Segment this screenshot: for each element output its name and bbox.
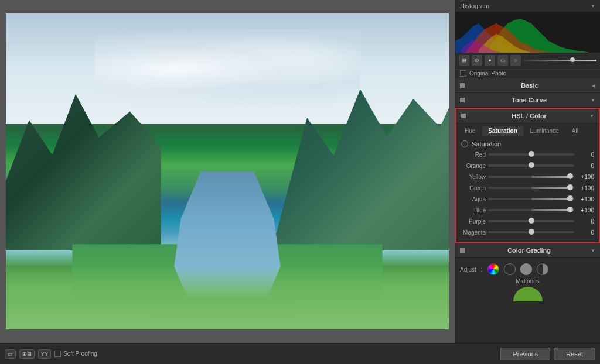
reset-button[interactable]: Reset [554,348,595,360]
yellow-track [488,176,574,178]
foreground [6,266,449,329]
blue-track [488,209,574,211]
magenta-slider-container[interactable] [488,228,574,237]
color-grading-header[interactable]: Color Grading ▼ [455,243,600,258]
red-thumb[interactable] [529,151,534,157]
cg-toggle-icon[interactable] [460,248,465,253]
blue-value: +100 [577,207,594,214]
yellow-thumb[interactable] [567,173,573,179]
cg-adjust-row: Adjust : [460,262,595,277]
histogram-dropdown-icon[interactable]: ▼ [591,4,595,9]
green-slider-container[interactable] [488,183,574,193]
basic-section-header[interactable]: Basic ◀ [455,78,600,93]
view-mode-button[interactable]: ▭ [5,349,16,359]
slider-row-magenta: Magenta 0 [461,228,594,237]
saturation-header: Saturation [461,139,594,150]
aqua-slider-container[interactable] [488,194,574,204]
green-value: +100 [577,185,594,191]
cg-midtones-circle[interactable] [520,263,532,275]
tone-curve-toggle-icon[interactable] [460,98,465,102]
slider-row-green: Green +100 [461,183,594,193]
basic-toggle-icon[interactable] [460,83,465,88]
aqua-value: +100 [577,196,594,202]
green-track [488,187,574,189]
tab-luminance[interactable]: Luminance [524,126,565,136]
red-slider-container[interactable] [488,150,574,159]
aqua-thumb[interactable] [567,195,573,201]
histogram-rect-icon[interactable]: ▭ [497,55,508,66]
basic-arrow-icon[interactable]: ◀ [592,83,595,88]
orange-thumb[interactable] [529,162,534,168]
compare-icon: YY [41,351,48,357]
bottom-left-tools: ▭ ⊞⊞ YY Soft Proofing [5,349,97,359]
cg-color-wheel[interactable] [488,263,499,275]
histogram-crop-icon[interactable]: ⊙ [472,55,482,66]
color-grading-content: Adjust : Midtones [455,258,600,305]
compare-view-button[interactable]: YY [38,349,51,359]
previous-button[interactable]: Previous [500,348,550,360]
purple-thumb[interactable] [529,218,534,224]
hsl-toggle-icon[interactable] [461,114,466,118]
histogram-svg [455,12,600,53]
histogram-spot-icon[interactable]: ● [485,55,495,66]
yellow-label: Yellow [461,174,486,180]
grid-view-button[interactable]: ⊞⊞ [19,349,35,359]
histogram-exposure-thumb [570,57,575,62]
blue-thumb[interactable] [567,207,573,212]
hsl-title: HSL / Color [512,112,547,119]
hsl-left [461,112,469,119]
slider-row-blue: Blue +100 [461,205,594,215]
yellow-value: +100 [577,174,594,180]
cg-arrow-icon[interactable]: ▼ [591,248,595,253]
tab-all[interactable]: All [566,126,584,136]
green-label: Green [461,185,486,191]
tab-saturation[interactable]: Saturation [482,126,523,136]
soft-proofing-checkbox[interactable] [54,351,61,357]
magenta-value: 0 [577,229,594,236]
green-fill [531,187,570,189]
bottom-right-nav: Previous Reset [500,348,595,360]
original-photo-label: Original Photo [469,70,506,77]
slider-row-aqua: Aqua +100 [461,194,594,204]
slider-row-purple: Purple 0 [461,217,594,226]
purple-slider-container[interactable] [488,217,574,226]
tone-curve-arrow-icon[interactable]: ▼ [591,98,595,103]
slider-row-orange: Orange 0 [461,161,594,170]
histogram-exposure-slider[interactable] [523,60,596,61]
yellow-slider-container[interactable] [488,172,574,181]
orange-slider-container[interactable] [488,161,574,170]
cg-left [460,247,468,254]
purple-label: Purple [461,218,486,225]
histogram-circle-icon[interactable]: ○ [510,55,521,66]
cg-shadows-circle[interactable] [504,263,516,275]
histogram-grid-icon[interactable]: ⊞ [459,55,469,66]
hsl-section-header[interactable]: HSL / Color ▼ [456,109,599,123]
tab-hue[interactable]: Hue [459,126,481,136]
red-value: 0 [577,152,594,158]
tone-curve-section-header[interactable]: Tone Curve ▼ [455,93,600,108]
saturation-target-icon[interactable] [461,140,468,147]
green-thumb[interactable] [567,184,573,190]
landscape-photo [6,13,449,329]
original-photo-row: Original Photo [455,68,600,78]
aqua-track [488,198,574,200]
original-photo-checkbox[interactable] [460,70,466,77]
aqua-label: Aqua [461,196,486,202]
histogram-header: Histogram ▼ [455,0,600,12]
cg-adjust-label: Adjust [460,266,476,273]
photo-frame [6,13,449,329]
cg-green-arc [513,287,543,301]
tone-curve-title: Tone Curve [512,97,547,104]
cg-highlights-circle[interactable] [537,263,548,275]
right-panel: Histogram ▼ ⊞ ⊙ [455,0,600,343]
blue-fill [531,209,570,211]
saturation-panel: Saturation Red 0 Orange [456,136,599,242]
magenta-track [488,231,574,233]
hsl-arrow-icon[interactable]: ▼ [589,114,594,119]
magenta-thumb[interactable] [529,229,534,235]
color-grading-section: Color Grading ▼ Adjust : Midtones [455,243,600,305]
orange-label: Orange [461,163,486,169]
yellow-fill [531,176,570,178]
blue-slider-container[interactable] [488,205,574,215]
slider-row-yellow: Yellow +100 [461,172,594,181]
